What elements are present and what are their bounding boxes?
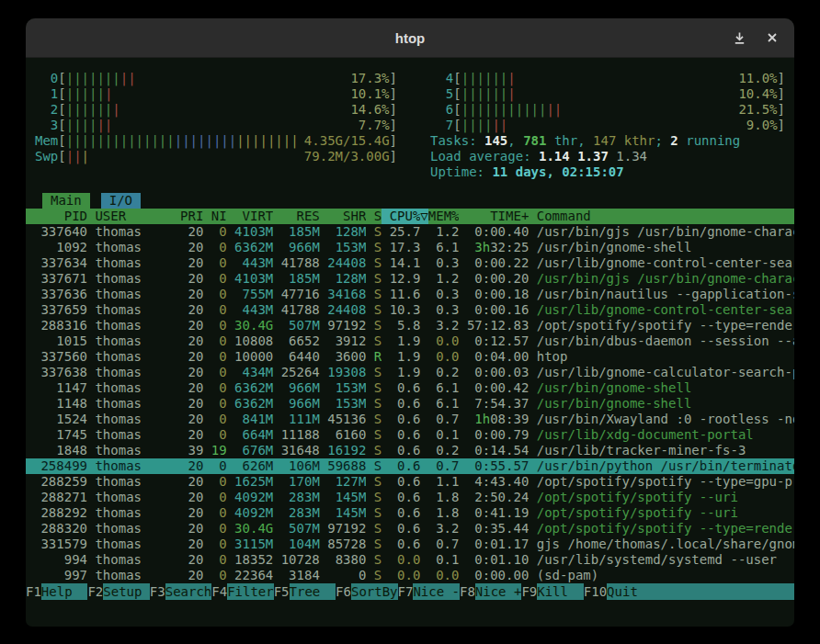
cell: 111M <box>273 412 320 427</box>
column-header-shr[interactable]: SHR <box>320 209 367 224</box>
text-segment: 0:12.57 <box>474 333 529 348</box>
text-segment: 17.3 <box>390 240 421 254</box>
column-header-[interactable]: ▽ <box>420 209 427 224</box>
process-row[interactable]: 331579thomas2003115M104M85728S0.6 0.70:0… <box>26 537 794 552</box>
fnkey-f6-sortby[interactable]: F6SortBy <box>336 583 397 600</box>
fnkey-f2-setup[interactable]: F2Setup <box>87 583 149 600</box>
process-row[interactable]: 288271thomas2004092M283M145MS0.6 1.82:50… <box>26 490 794 505</box>
cell: thomas <box>87 521 173 537</box>
process-row[interactable]: 1092thomas2006362M966M153MS17.3 6.13h32:… <box>26 240 794 255</box>
process-row[interactable]: 288320thomas20030.4G507M97192S0.6 3.20:3… <box>26 521 794 537</box>
process-row[interactable]: 1148thomas2006362M966M153MS0.6 6.17:54.3… <box>26 396 794 412</box>
cell: 85728 <box>320 537 367 552</box>
cell: 14.1 <box>382 255 420 271</box>
text-segment: 20 <box>188 302 204 317</box>
column-header-s[interactable]: S <box>366 209 382 224</box>
column-header-user[interactable]: USER <box>87 209 173 224</box>
text-segment: 288316 <box>40 318 87 333</box>
cell: thomas <box>87 490 173 505</box>
fnkey-f10-quit[interactable]: F10Quit <box>584 583 794 600</box>
column-header-pid[interactable]: PID <box>33 209 87 224</box>
process-row[interactable]: 1015thomas2001080866523912S1.9 0.00:12.5… <box>26 333 794 349</box>
bar-segment: ||||| <box>66 86 105 101</box>
close-icon[interactable] <box>767 32 778 43</box>
fnkey-label: F8 <box>460 583 475 600</box>
cell: thomas <box>87 365 173 380</box>
bar-segment: | <box>507 86 515 101</box>
fnkey-action: Search <box>165 583 212 600</box>
cell: S <box>366 458 382 474</box>
bar-segment: | <box>105 86 112 101</box>
process-row[interactable]: 337634thomas200443M4178824408S14.1 0.30:… <box>26 255 794 271</box>
text-segment <box>420 458 427 473</box>
meter-bar-fill: ||||||| <box>66 102 120 118</box>
cell: 1.1 <box>428 474 460 490</box>
cell: 6.1 <box>428 396 460 412</box>
process-row[interactable]: 288316thomas20030.4G507M97192S5.8 3.257:… <box>26 318 794 333</box>
text-segment: /usr/lib/systemd/systemd --user <box>537 552 777 567</box>
fnkey-f7-nice[interactable]: F7Nice - <box>398 583 460 600</box>
column-header-pri[interactable]: PRI <box>173 209 204 224</box>
fnkey-f9-kill[interactable]: F9Kill <box>521 583 583 600</box>
column-header-command[interactable]: Command <box>529 209 794 224</box>
download-icon[interactable] <box>733 31 746 45</box>
cell: 6160 <box>320 427 367 443</box>
text-segment: ; <box>655 133 670 148</box>
cell: 966M <box>273 380 320 396</box>
column-header-virt[interactable]: VIRT <box>227 209 274 224</box>
cell <box>420 505 427 521</box>
fnkey-action: Help <box>41 583 88 600</box>
process-row[interactable]: 994thomas20018352107288380S0.0 0.10:01.1… <box>26 552 794 568</box>
text-segment: thomas <box>95 255 142 270</box>
cell: /usr/bin/dbus-daemon --session --addr <box>529 333 794 349</box>
fnkey-f1-help[interactable]: F1Help <box>26 583 87 600</box>
column-header-ni[interactable]: NI <box>203 209 226 224</box>
process-row[interactable]: 1147thomas2006362M966M153MS0.6 6.10:00.4… <box>26 380 794 396</box>
column-header-res[interactable]: RES <box>273 209 320 224</box>
cell: 41788 <box>273 255 320 271</box>
process-row[interactable]: 288292thomas2004092M283M145MS0.6 1.80:41… <box>26 505 794 521</box>
cell: 0.1 <box>428 427 460 443</box>
process-row[interactable]: 1745thomas200664M111886160S0.6 0.10:00.7… <box>26 427 794 443</box>
text-segment: /usr/bin/python /usr/bin/terminator <box>537 458 794 473</box>
text-segment: 0:41.19 <box>474 505 529 520</box>
column-header-cpu[interactable]: CPU% <box>382 209 420 224</box>
process-row[interactable]: 337640thomas2004103M185M128MS25.7 1.20:0… <box>26 224 794 240</box>
text-segment: 288320 <box>40 521 87 536</box>
process-row[interactable]: 337560thomas2001000064403600R1.9 0.00:04… <box>26 349 794 365</box>
fnkey-f3-search[interactable]: F3Search <box>150 583 211 600</box>
process-row[interactable]: 288259thomas2001625M170M127MS0.6 1.14:43… <box>26 474 794 490</box>
process-row[interactable]: 337638thomas200434M2526419308S1.9 0.20:0… <box>26 365 794 380</box>
process-table: 337640thomas2004103M185M128MS25.7 1.20:0… <box>26 224 794 583</box>
meter-bar-fill: ||||||| <box>461 71 516 86</box>
process-row[interactable]: 997thomas2002236431840S0.0 0.00:00.00(sd… <box>26 568 794 583</box>
process-row[interactable]: 337659thomas200443M4178824408S10.3 0.30:… <box>26 302 794 318</box>
fnkey-f8-nice[interactable]: F8Nice + <box>460 583 521 600</box>
cell: thomas <box>87 287 173 302</box>
cell: 1.8 <box>428 505 460 521</box>
process-row[interactable]: 1524thomas200841M111M45136S0.6 0.71h08:3… <box>26 412 794 427</box>
process-row[interactable]: 337636thomas200755M4771634168S11.6 0.30:… <box>26 287 794 302</box>
text-segment: 0 <box>219 318 226 333</box>
cell: 2:50.24 <box>459 490 529 505</box>
column-header-mem[interactable]: MEM% <box>428 209 460 224</box>
text-segment: 1.14 <box>539 149 577 164</box>
text-segment: 20 <box>188 255 204 270</box>
tab-io[interactable]: I/O <box>101 193 141 209</box>
fnkey-label: F2 <box>87 583 103 600</box>
process-row[interactable]: 1848thomas3919676M3164816192S0.6 0.20:14… <box>26 443 794 458</box>
fnkey-f5-tree[interactable]: F5Tree <box>274 583 336 600</box>
process-row[interactable]: 337671thomas2004103M185M128MS12.9 1.20:0… <box>26 271 794 287</box>
cell: 31648 <box>273 443 320 458</box>
process-row-selected[interactable]: 258499thomas200626M106M59688S0.6 0.70:55… <box>26 458 794 474</box>
meter-value: 4.35G/15.4G <box>299 133 390 149</box>
text-segment: S <box>374 505 382 520</box>
tab-main[interactable]: Main <box>42 193 90 209</box>
bracket: ] <box>390 102 397 118</box>
cell <box>420 333 427 349</box>
text-segment: thomas <box>95 302 142 317</box>
fnkey-f4-filter[interactable]: F4Filter <box>211 583 273 600</box>
column-header-time[interactable]: TIME+ <box>459 209 529 224</box>
titlebar[interactable]: htop <box>26 18 794 58</box>
cell: /usr/bin/gnome-shell <box>529 380 794 396</box>
